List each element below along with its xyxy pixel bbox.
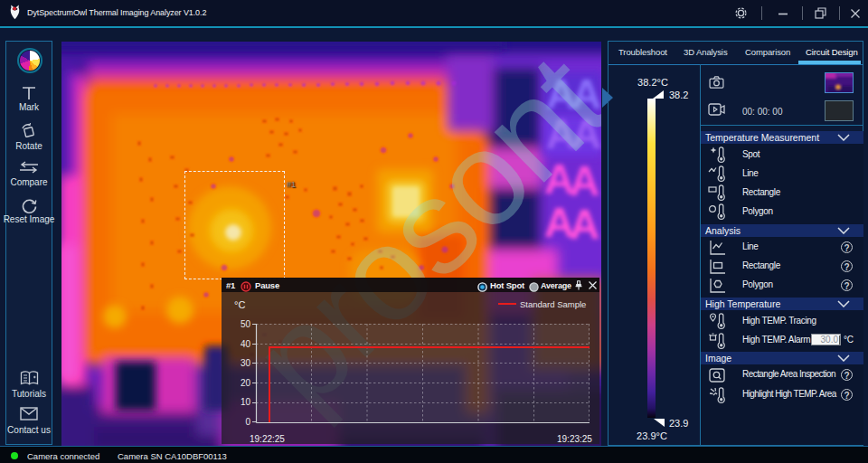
svg-text:A: A [571, 110, 601, 157]
svg-text:A: A [570, 201, 599, 248]
svg-text:A: A [570, 157, 599, 204]
